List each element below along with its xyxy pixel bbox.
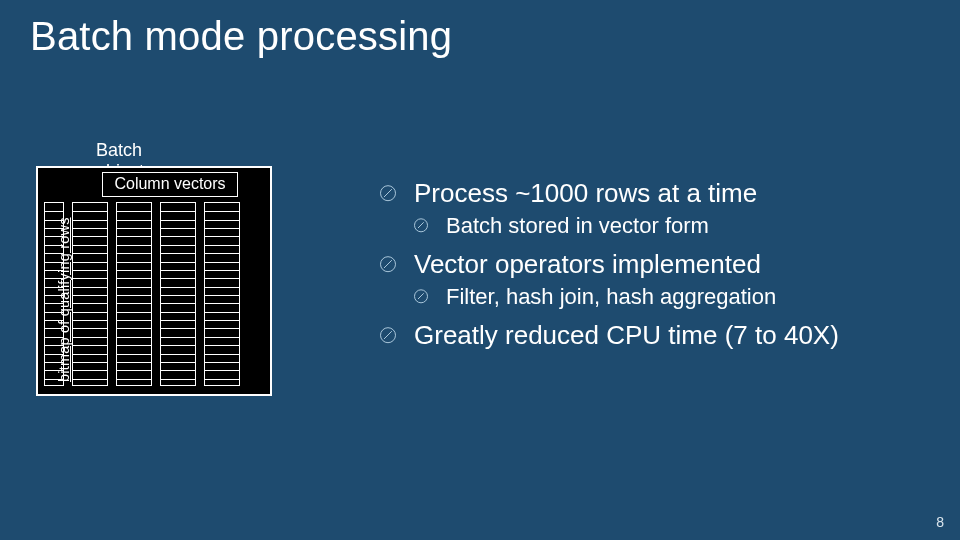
row-divider: [73, 345, 107, 346]
row-divider: [161, 370, 195, 371]
row-divider: [73, 278, 107, 279]
row-divider: [205, 245, 239, 246]
row-divider: [205, 278, 239, 279]
row-divider: [161, 253, 195, 254]
row-divider: [117, 253, 151, 254]
bullet-text: Filter, hash join, hash aggregation: [446, 284, 776, 309]
row-divider: [73, 362, 107, 363]
row-divider: [73, 228, 107, 229]
row-divider: [117, 362, 151, 363]
bullet-icon: [414, 218, 428, 232]
row-divider: [205, 253, 239, 254]
row-divider: [117, 328, 151, 329]
row-divider: [117, 236, 151, 237]
row-divider: [73, 303, 107, 304]
row-divider: [117, 370, 151, 371]
row-divider: [205, 295, 239, 296]
bullet-level2: Batch stored in vector form: [414, 213, 940, 239]
bullet-icon: [380, 327, 396, 343]
row-divider: [205, 236, 239, 237]
row-divider: [205, 270, 239, 271]
row-divider: [161, 303, 195, 304]
row-divider: [117, 320, 151, 321]
row-divider: [73, 287, 107, 288]
row-divider: [161, 270, 195, 271]
bullet-icon: [380, 256, 396, 272]
row-divider: [117, 345, 151, 346]
row-divider: [161, 228, 195, 229]
row-divider: [161, 287, 195, 288]
row-divider: [117, 337, 151, 338]
row-divider: [161, 379, 195, 380]
row-divider: [205, 345, 239, 346]
row-divider: [205, 228, 239, 229]
row-divider: [205, 211, 239, 212]
row-divider: [161, 320, 195, 321]
row-divider: [117, 270, 151, 271]
bullet-level1: Vector operators implemented: [380, 249, 940, 280]
row-divider: [205, 370, 239, 371]
column-vector: [204, 202, 240, 386]
bullet-level1: Greatly reduced CPU time (7 to 40X): [380, 320, 940, 351]
column-vector: [160, 202, 196, 386]
row-divider: [161, 278, 195, 279]
page-number: 8: [936, 514, 944, 530]
row-divider: [73, 262, 107, 263]
bullet-icon: [380, 185, 396, 201]
bullet-text: Batch stored in vector form: [446, 213, 709, 238]
row-divider: [73, 328, 107, 329]
row-divider: [117, 312, 151, 313]
row-divider: [161, 354, 195, 355]
row-divider: [73, 220, 107, 221]
row-divider: [117, 354, 151, 355]
row-divider: [205, 354, 239, 355]
row-divider: [205, 337, 239, 338]
row-divider: [205, 303, 239, 304]
row-divider: [161, 345, 195, 346]
row-divider: [117, 303, 151, 304]
row-divider: [205, 362, 239, 363]
row-divider: [205, 328, 239, 329]
row-divider: [161, 211, 195, 212]
bullet-level1: Process ~1000 rows at a time: [380, 178, 940, 209]
row-divider: [73, 379, 107, 380]
row-divider: [73, 295, 107, 296]
bullet-icon: [414, 289, 428, 303]
bullet-text: Process ~1000 rows at a time: [414, 178, 757, 208]
row-divider: [161, 362, 195, 363]
row-divider: [205, 220, 239, 221]
row-divider: [117, 220, 151, 221]
row-divider: [205, 379, 239, 380]
row-divider: [73, 337, 107, 338]
row-divider: [161, 337, 195, 338]
row-divider: [73, 245, 107, 246]
row-divider: [73, 370, 107, 371]
row-divider: [117, 211, 151, 212]
row-divider: [73, 236, 107, 237]
row-divider: [73, 270, 107, 271]
row-divider: [161, 295, 195, 296]
row-divider: [73, 354, 107, 355]
row-divider: [73, 253, 107, 254]
row-divider: [117, 278, 151, 279]
row-divider: [73, 211, 107, 212]
row-divider: [205, 287, 239, 288]
batch-object-box: Column vectors bitmap of qualifying rows: [36, 166, 272, 396]
row-divider: [117, 262, 151, 263]
row-divider: [205, 312, 239, 313]
row-divider: [117, 228, 151, 229]
slide: Batch mode processing Batch object Colum…: [0, 0, 960, 540]
bullet-text: Vector operators implemented: [414, 249, 761, 279]
bullet-text: Greatly reduced CPU time (7 to 40X): [414, 320, 839, 350]
row-divider: [161, 236, 195, 237]
row-divider: [117, 295, 151, 296]
row-divider: [161, 220, 195, 221]
row-divider: [117, 379, 151, 380]
row-divider: [45, 211, 63, 212]
row-divider: [161, 245, 195, 246]
row-divider: [73, 320, 107, 321]
column-vector: [116, 202, 152, 386]
row-divider: [73, 312, 107, 313]
row-divider: [161, 262, 195, 263]
bullet-level2: Filter, hash join, hash aggregation: [414, 284, 940, 310]
